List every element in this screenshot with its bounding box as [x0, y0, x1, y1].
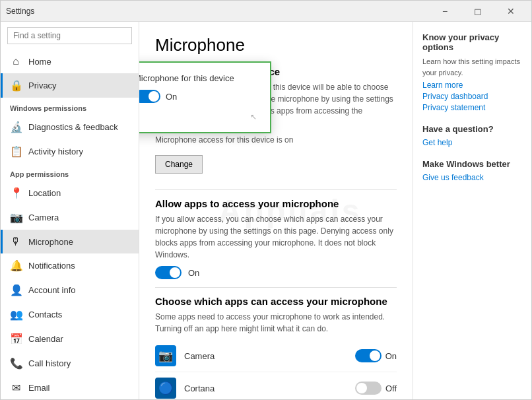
camera-icon: 📷 — [10, 211, 22, 224]
get-help-link[interactable]: Get help — [422, 138, 522, 147]
privacy-icon: 🔒 — [10, 79, 22, 92]
callhistory-icon: 📞 — [10, 357, 22, 370]
maximize-button[interactable]: ◻ — [463, 1, 493, 22]
location-icon: 📍 — [10, 187, 22, 199]
sidebar-item-label: Home — [28, 57, 51, 67]
right-title-feedback: Make Windows better — [422, 159, 522, 169]
close-button[interactable]: ✕ — [496, 1, 526, 22]
sidebar-item-label: Notifications — [28, 261, 75, 271]
sidebar-item-diagnostics[interactable]: 🔬 Diagnostics & feedback — [1, 115, 139, 139]
right-desc-privacy: Learn how this setting impacts your priv… — [422, 56, 522, 78]
privacy-statement-link[interactable]: Privacy statement — [422, 103, 522, 112]
sidebar-item-label: Camera — [28, 213, 59, 222]
popup-toggle-label: On — [166, 92, 177, 102]
sidebar-item-notifications[interactable]: 🔔 Notifications — [1, 253, 139, 278]
microphone-icon: 🎙 — [10, 236, 22, 248]
allow-apps-toggle-label: On — [188, 268, 199, 278]
sidebar-item-label: Call history — [28, 358, 71, 368]
popup-toggle-row: On — [139, 90, 257, 103]
section3-title: Choose which apps can access your microp… — [155, 296, 397, 307]
camera-app-icon: 📷 — [155, 345, 176, 366]
popup-overlay: Microphone for this device On ↖ — [139, 61, 271, 133]
section2-desc: If you allow access, you can choose whic… — [155, 213, 397, 261]
cortana-toggle-thumb — [356, 383, 367, 393]
camera-toggle-label: On — [385, 351, 397, 361]
section-app-permissions: App permissions — [1, 164, 139, 181]
right-panel: Know your privacy options Learn how this… — [413, 22, 531, 399]
learn-more-link[interactable]: Learn more — [422, 81, 522, 90]
sidebar-item-privacy[interactable]: 🔒 Privacy — [1, 73, 139, 98]
notifications-icon: 🔔 — [10, 259, 22, 272]
calendar-icon: 📅 — [10, 333, 22, 345]
camera-app-name: Camera — [184, 351, 355, 361]
sidebar-item-home[interactable]: ⌂ Home — [1, 50, 139, 73]
sidebar-item-account[interactable]: 👤 Account info — [1, 278, 139, 302]
give-feedback-link[interactable]: Give us feedback — [422, 173, 522, 182]
popup-toggle[interactable] — [139, 90, 160, 103]
sidebar-item-callhistory[interactable]: 📞 Call history — [1, 351, 139, 376]
sidebar-item-label: Location — [28, 188, 61, 198]
allow-apps-toggle-thumb — [170, 267, 180, 278]
cortana-app-name: Cortana — [184, 383, 355, 393]
section2-toggle-row: On — [155, 266, 397, 279]
home-icon: ⌂ — [10, 55, 22, 67]
window-title: Settings — [6, 7, 34, 16]
search-input[interactable] — [7, 27, 132, 44]
account-icon: 👤 — [10, 284, 22, 296]
cortana-toggle-label: Off — [385, 383, 397, 393]
popup-title: Microphone for this device — [139, 73, 257, 83]
sidebar-item-camera[interactable]: 📷 Camera — [1, 205, 139, 230]
page-title: Microphone — [155, 35, 397, 55]
minimize-button[interactable]: − — [430, 1, 460, 22]
right-title-question: Have a question? — [422, 124, 522, 134]
sidebar-item-contacts[interactable]: 👥 Contacts — [1, 302, 139, 327]
sidebar-item-label: Microphone — [28, 237, 73, 247]
sidebar-item-label: Account info — [28, 285, 76, 295]
right-section-privacy: Know your privacy options Learn how this… — [422, 32, 522, 112]
section1-status: Microphone access for this device is on — [155, 134, 397, 146]
app-list: 📷 Camera On 🔵 Cortana O — [155, 340, 397, 399]
sidebar-item-calendar[interactable]: 📅 Calendar — [1, 327, 139, 351]
contacts-icon: 👥 — [10, 308, 22, 321]
sidebar-item-activity[interactable]: 📋 Activity history — [1, 139, 139, 164]
email-icon: ✉ — [10, 382, 22, 394]
list-item: 📷 Camera On — [155, 340, 397, 372]
camera-toggle[interactable] — [355, 349, 382, 362]
right-section-question: Have a question? Get help — [422, 124, 522, 147]
sidebar-item-label: Contacts — [28, 310, 62, 319]
right-section-feedback: Make Windows better Give us feedback — [422, 159, 522, 182]
activity-icon: 📋 — [10, 145, 22, 158]
allow-apps-toggle[interactable] — [155, 266, 182, 279]
titlebar: Settings − ◻ ✕ — [1, 1, 531, 22]
popup-toggle-thumb — [149, 91, 159, 102]
list-item: 🔵 Cortana Off — [155, 372, 397, 399]
cursor-indicator: ↖ — [139, 112, 257, 121]
sidebar: ⌂ Home 🔒 Privacy Windows permissions 🔬 D… — [1, 22, 139, 399]
diagnostics-icon: 🔬 — [10, 121, 22, 133]
popup-box: Microphone for this device On ↖ — [139, 61, 271, 133]
sidebar-item-label: Email — [28, 383, 50, 393]
main-layout: ⌂ Home 🔒 Privacy Windows permissions 🔬 D… — [1, 22, 531, 399]
cortana-toggle[interactable] — [355, 382, 382, 395]
section3-desc: Some apps need to access your microphone… — [155, 311, 397, 335]
sidebar-item-label: Calendar — [28, 334, 63, 344]
search-container — [1, 22, 139, 50]
sidebar-item-microphone[interactable]: 🎙 Microphone — [1, 230, 139, 253]
sidebar-item-label: Privacy — [28, 81, 57, 90]
sidebar-item-label: Diagnostics & feedback — [28, 122, 118, 132]
change-button[interactable]: Change — [155, 155, 203, 174]
divider1 — [155, 189, 397, 190]
cortana-app-icon: 🔵 — [155, 378, 176, 399]
sidebar-item-label: Activity history — [28, 147, 83, 156]
privacy-dashboard-link[interactable]: Privacy dashboard — [422, 92, 522, 101]
sidebar-item-location[interactable]: 📍 Location — [1, 181, 139, 205]
right-title-privacy: Know your privacy options — [422, 32, 522, 52]
divider2 — [155, 287, 397, 288]
main-content: Appuals Microphone for this device On ↖ — [139, 22, 413, 399]
sidebar-item-email[interactable]: ✉ Email — [1, 376, 139, 399]
camera-toggle-thumb — [370, 350, 380, 361]
section2-title: Allow apps to access your microphone — [155, 198, 397, 209]
main-area: Appuals Microphone for this device On ↖ — [139, 22, 531, 399]
window-controls: − ◻ ✕ — [430, 1, 526, 22]
section-windows-permissions: Windows permissions — [1, 98, 139, 115]
